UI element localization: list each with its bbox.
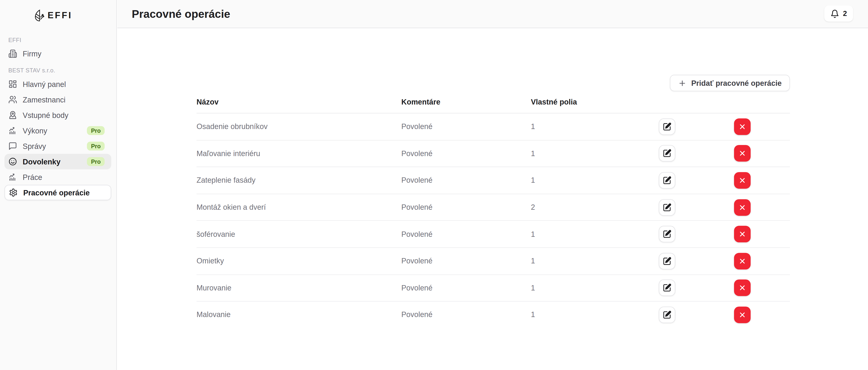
row-comments: Povolené bbox=[401, 149, 531, 158]
pro-badge: Pro bbox=[87, 157, 104, 166]
delete-row-button[interactable] bbox=[734, 145, 751, 162]
sidebar-item-label: Dovolenky bbox=[23, 158, 60, 166]
row-comments: Povolené bbox=[401, 203, 531, 211]
edit-pencil-icon bbox=[662, 149, 671, 158]
leaf-logo-icon bbox=[34, 8, 45, 23]
x-icon bbox=[739, 176, 746, 184]
pro-badge: Pro bbox=[87, 142, 104, 150]
bell-icon bbox=[830, 9, 839, 18]
edit-pencil-icon bbox=[662, 257, 671, 266]
dashboard-icon bbox=[8, 80, 17, 89]
row-comments: Povolené bbox=[401, 176, 531, 184]
row-comments: Povolené bbox=[401, 123, 531, 131]
row-name: Murovanie bbox=[196, 284, 401, 292]
sidebar-item-spravy[interactable]: Správy Pro bbox=[4, 138, 111, 154]
smiley-icon bbox=[8, 157, 17, 166]
table-row: Zateplenie fasády Povolené 1 bbox=[196, 167, 790, 194]
row-name: Montáž okien a dverí bbox=[196, 203, 401, 211]
edit-row-button[interactable] bbox=[659, 307, 676, 323]
column-header-vlastne-polia: Vlastné polia bbox=[531, 98, 659, 106]
table-row: šoférovanie Povolené 1 bbox=[196, 221, 790, 248]
delete-row-button[interactable] bbox=[734, 279, 751, 296]
delete-row-button[interactable] bbox=[734, 119, 751, 135]
row-custom-fields: 1 bbox=[531, 149, 659, 158]
column-header-nazov: Názov bbox=[196, 98, 401, 106]
sidebar-item-label: Správy bbox=[23, 142, 46, 150]
row-custom-fields: 1 bbox=[531, 176, 659, 184]
table-row: Omietky Povolené 1 bbox=[196, 248, 790, 275]
sidebar-item-label: Práce bbox=[23, 173, 42, 181]
row-custom-fields: 1 bbox=[531, 284, 659, 292]
sidebar-item-firmy[interactable]: Firmy bbox=[4, 46, 111, 62]
x-icon bbox=[739, 203, 746, 211]
edit-row-button[interactable] bbox=[659, 172, 676, 189]
x-icon bbox=[739, 149, 746, 158]
notifications-button[interactable]: 2 bbox=[824, 5, 853, 22]
edit-row-button[interactable] bbox=[659, 119, 676, 135]
sidebar-item-label: Vstupné body bbox=[23, 111, 68, 119]
delete-row-button[interactable] bbox=[734, 253, 751, 269]
sidebar-item-label: Pracovné operácie bbox=[23, 189, 90, 197]
add-operation-button[interactable]: Pridať pracovné operácie bbox=[670, 75, 790, 91]
sidebar-section-company: BEST STAV s.r.o. bbox=[8, 67, 108, 74]
delete-row-button[interactable] bbox=[734, 172, 751, 189]
row-custom-fields: 1 bbox=[531, 123, 659, 131]
edit-row-button[interactable] bbox=[659, 199, 676, 215]
app-logo: EFFI bbox=[0, 0, 116, 31]
edit-pencil-icon bbox=[662, 122, 671, 131]
edit-pencil-icon bbox=[662, 283, 671, 292]
row-custom-fields: 1 bbox=[531, 257, 659, 265]
table-row: Malovanie Povolené 1 bbox=[196, 302, 790, 328]
edit-pencil-icon bbox=[662, 310, 671, 319]
sidebar-item-label: Firmy bbox=[23, 49, 41, 58]
sidebar-item-zamestnanci[interactable]: Zamestnanci bbox=[4, 92, 111, 107]
edit-pencil-icon bbox=[662, 176, 671, 185]
row-custom-fields: 1 bbox=[531, 310, 659, 319]
sidebar-item-vykony[interactable]: Výkony Pro bbox=[4, 123, 111, 138]
sidebar: EFFI EFFI Firmy BEST STAV s.r.o. bbox=[0, 0, 117, 370]
logo-wordmark: EFFI bbox=[48, 10, 72, 20]
add-operation-label: Pridať pracovné operácie bbox=[691, 79, 782, 87]
row-comments: Povolené bbox=[401, 257, 531, 265]
sidebar-item-label: Hlavný panel bbox=[23, 80, 66, 88]
sidebar-item-hlavny-panel[interactable]: Hlavný panel bbox=[4, 76, 111, 92]
top-header: Pracovné operácie 2 bbox=[117, 0, 868, 28]
sidebar-item-dovolenky[interactable]: Dovolenky Pro bbox=[4, 154, 111, 169]
sidebar-item-vstupne-body[interactable]: Vstupné body bbox=[4, 107, 111, 123]
edit-row-button[interactable] bbox=[659, 279, 676, 296]
x-icon bbox=[739, 311, 746, 319]
edit-row-button[interactable] bbox=[659, 253, 676, 269]
main-content: Pridať pracovné operácie Názov Komentáre… bbox=[117, 29, 868, 370]
row-name: Malovanie bbox=[196, 310, 401, 319]
delete-row-button[interactable] bbox=[734, 199, 751, 215]
sidebar-item-label: Zamestnanci bbox=[23, 96, 65, 104]
edit-row-button[interactable] bbox=[659, 226, 676, 243]
sidebar-item-prace[interactable]: Práce bbox=[4, 169, 111, 185]
table-row: Maľovanie interiéru Povolené 1 bbox=[196, 140, 790, 167]
chart-icon bbox=[8, 173, 17, 181]
row-custom-fields: 2 bbox=[531, 203, 659, 211]
sidebar-section-effi: EFFI bbox=[8, 37, 108, 43]
toolbar: Pridať pracovné operácie bbox=[196, 75, 790, 91]
table-row: Osadenie obrubníkov Povolené 1 bbox=[196, 113, 790, 140]
x-icon bbox=[739, 230, 746, 238]
edit-row-button[interactable] bbox=[659, 145, 676, 162]
delete-row-button[interactable] bbox=[734, 307, 751, 323]
app-window: EFFI EFFI Firmy BEST STAV s.r.o. bbox=[0, 0, 868, 370]
sidebar-item-label: Výkony bbox=[23, 127, 47, 135]
row-name: šoférovanie bbox=[196, 230, 401, 238]
edit-pencil-icon bbox=[662, 230, 671, 238]
row-comments: Povolené bbox=[401, 310, 531, 319]
row-name: Omietky bbox=[196, 257, 401, 265]
plus-icon bbox=[678, 79, 686, 87]
page-title: Pracovné operácie bbox=[132, 7, 230, 20]
table-row: Montáž okien a dverí Povolené 2 bbox=[196, 194, 790, 221]
row-comments: Povolené bbox=[401, 230, 531, 238]
delete-row-button[interactable] bbox=[734, 226, 751, 243]
pro-badge: Pro bbox=[87, 126, 104, 135]
sidebar-item-pracovne-operacie[interactable]: Pracovné operácie bbox=[4, 185, 111, 200]
chat-icon bbox=[8, 142, 17, 150]
row-name: Maľovanie interiéru bbox=[196, 149, 401, 158]
x-icon bbox=[739, 257, 746, 265]
row-custom-fields: 1 bbox=[531, 230, 659, 238]
